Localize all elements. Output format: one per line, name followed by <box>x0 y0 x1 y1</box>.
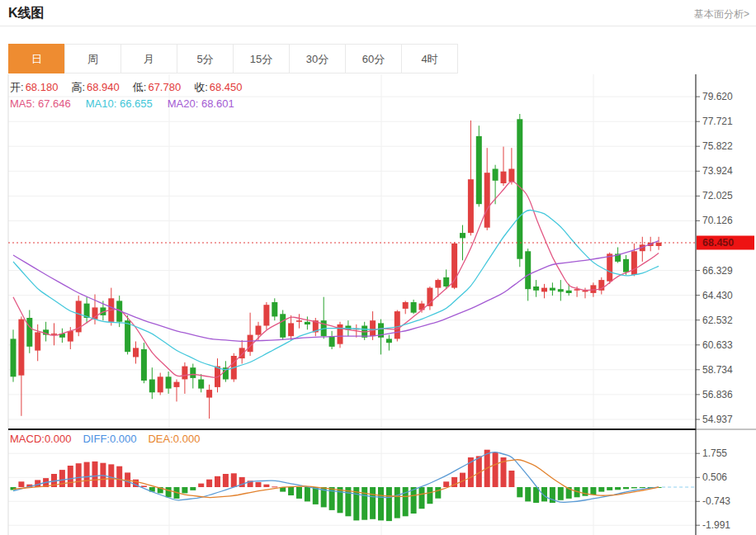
macd-histogram-bar <box>607 487 612 490</box>
macd-histogram-bar <box>76 463 82 487</box>
candle-body <box>158 376 163 392</box>
macd-histogram-bar <box>361 487 367 520</box>
macd-histogram-bar <box>190 487 196 490</box>
fundamental-analysis-link[interactable]: 基本面分析> <box>694 7 749 21</box>
tab-month[interactable]: 月 <box>120 44 177 73</box>
candle-body <box>419 304 425 310</box>
macd-histogram-bar <box>166 487 172 497</box>
candle-body <box>508 169 514 182</box>
price-axis-label: 72.025 <box>702 190 733 201</box>
candle-body <box>451 244 457 288</box>
macd-histogram-bar <box>305 487 310 501</box>
candle-body <box>190 367 196 378</box>
macd-histogram-bar <box>411 487 417 514</box>
price-axis-label: 62.532 <box>702 315 733 326</box>
macd-histogram-bar <box>370 487 376 519</box>
macd-histogram-bar <box>623 487 629 489</box>
candle-body <box>395 311 400 339</box>
tab-week[interactable]: 周 <box>64 44 121 73</box>
macd-histogram-bar <box>583 487 588 496</box>
kline-chart-canvas: 79.62077.72175.82273.92472.02570.12666.3… <box>0 0 756 535</box>
tab-4hour[interactable]: 4时 <box>401 44 458 73</box>
tab-15min[interactable]: 15分 <box>233 44 290 73</box>
candle-body <box>263 305 269 325</box>
candle-body <box>590 285 596 293</box>
macd-histogram-bar <box>296 487 302 499</box>
tab-30min[interactable]: 30分 <box>289 44 346 73</box>
macd-histogram-bar <box>419 487 425 509</box>
candle-body <box>11 339 17 376</box>
macd-histogram-bar <box>256 482 262 487</box>
macd-histogram-bar <box>435 487 441 499</box>
macd-axis-label: 1.755 <box>702 447 727 459</box>
candle-body <box>35 332 40 350</box>
candle-body <box>18 320 24 376</box>
macd-histogram-bar <box>598 487 604 492</box>
macd-axis-label: -1.991 <box>702 519 730 531</box>
candle-body <box>68 331 73 342</box>
candle-body <box>248 335 253 353</box>
tab-60min[interactable]: 60分 <box>345 44 402 73</box>
candle-body <box>149 380 155 393</box>
price-axis-label: 77.721 <box>702 116 733 127</box>
macd-histogram-bar <box>68 466 73 487</box>
price-axis-label: 56.836 <box>702 389 733 400</box>
tab-5min[interactable]: 5分 <box>177 44 234 73</box>
price-axis-label: 70.126 <box>702 215 733 226</box>
candle-body <box>468 179 474 233</box>
ma5-line <box>13 182 659 377</box>
candle-body <box>288 323 294 336</box>
page-title: K线图 <box>8 5 45 22</box>
candle-body <box>305 322 310 324</box>
macd-histogram-bar <box>493 452 498 487</box>
candle-body <box>256 326 262 335</box>
candle-body <box>133 348 139 357</box>
candle-body <box>550 288 555 291</box>
candle-body <box>386 339 392 343</box>
candle-body <box>198 380 204 389</box>
candle-body <box>558 289 564 291</box>
candle-body <box>125 320 130 352</box>
macd-histogram-bar <box>198 484 204 487</box>
tab-day[interactable]: 日 <box>8 44 65 73</box>
candle-body <box>656 243 662 246</box>
macd-histogram-bar <box>640 487 645 488</box>
price-axis-label: 75.822 <box>702 140 733 152</box>
current-price-tag-label: 68.450 <box>702 237 734 249</box>
kline-page: 79.62077.72175.82273.92472.02570.12666.3… <box>0 0 756 535</box>
price-axis-label: 73.924 <box>702 165 733 177</box>
macd-histogram-bar <box>263 485 269 487</box>
macd-histogram-bar <box>92 462 98 487</box>
macd-histogram-bar <box>427 487 432 504</box>
macd-histogram-bar <box>443 481 449 487</box>
macd-histogram-bar <box>386 487 392 521</box>
macd-histogram-bar <box>558 487 564 500</box>
candle-body <box>280 314 286 338</box>
candle-body <box>329 336 335 347</box>
price-axis-label: 58.734 <box>702 364 733 376</box>
candle-body <box>541 288 547 292</box>
macd-histogram-bar <box>338 487 343 513</box>
candle-body <box>493 169 498 181</box>
candle-body <box>411 302 417 313</box>
macd-histogram-bar <box>141 485 147 487</box>
price-axis-label: 66.329 <box>702 265 733 277</box>
macd-histogram-bar <box>182 487 187 493</box>
candle-body <box>141 349 147 381</box>
macd-histogram-bar <box>378 487 384 520</box>
price-axis-label: 64.430 <box>702 290 733 301</box>
candle-body <box>607 253 612 281</box>
period-tab-bar: 日 周 月 5分 15分 30分 60分 4时 <box>8 44 458 73</box>
candle-body <box>296 320 302 322</box>
macd-histogram-bar <box>272 486 277 487</box>
price-axis-label: 54.937 <box>702 414 733 425</box>
candle-body <box>533 286 539 291</box>
macd-histogram-bar <box>508 471 514 487</box>
page-header: K线图 基本面分析> <box>0 0 756 26</box>
candle-body <box>272 302 277 316</box>
candle-body <box>206 390 212 398</box>
macd-histogram-bar <box>590 487 596 495</box>
candle-body <box>484 173 490 228</box>
panel-separator <box>8 428 696 430</box>
macd-histogram-bar <box>239 477 245 487</box>
